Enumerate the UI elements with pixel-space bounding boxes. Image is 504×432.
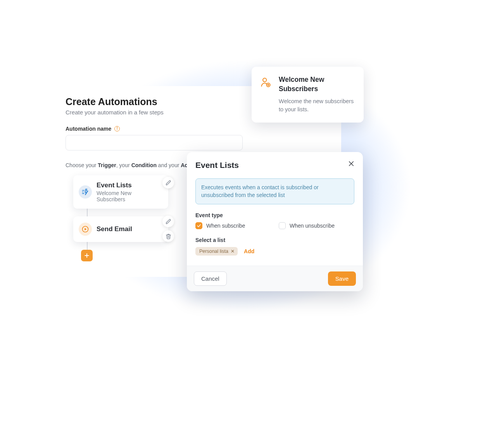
lightning-icon — [79, 185, 92, 199]
flow-node-title: Send Email — [97, 225, 132, 233]
delete-node-button[interactable] — [162, 230, 174, 242]
edit-node-button[interactable] — [162, 177, 174, 188]
flow-node-send-email[interactable]: Send Email — [73, 216, 168, 242]
add-list-link[interactable]: Add — [244, 248, 254, 254]
checkbox-subscribe[interactable] — [195, 222, 202, 229]
automation-name-label: Automation name — [66, 126, 111, 132]
flow-node-event-lists-text: Event Lists Welcome New Subscribers — [97, 181, 150, 202]
option-when-unsubscribe[interactable]: When unsubscribe — [279, 222, 354, 229]
welcome-template-card[interactable]: Welcome New Subscribers Welcome the new … — [252, 67, 364, 123]
add-step-button[interactable] — [81, 250, 93, 261]
info-icon[interactable]: ! — [114, 126, 120, 131]
welcome-template-text: Welcome New Subscribers Welcome the new … — [279, 75, 355, 113]
checkbox-unsubscribe-label: When unsubscribe — [290, 223, 335, 229]
edit-node-button[interactable] — [162, 216, 174, 227]
option-when-subscribe[interactable]: When subscribe — [195, 222, 271, 229]
helper-text-mid1: , your — [116, 162, 131, 168]
svg-marker-2 — [85, 228, 86, 231]
helper-text-trigger: Trigger — [98, 162, 116, 168]
selected-lists-row: Personal lista ✕ Add — [195, 247, 354, 256]
user-plus-icon — [260, 77, 271, 88]
event-lists-modal: Event Lists Executes events when a conta… — [187, 152, 363, 291]
event-type-options: When subscribe When unsubscribe — [195, 222, 354, 229]
helper-text-mid2: and your — [157, 162, 181, 168]
list-chip[interactable]: Personal lista ✕ — [195, 247, 238, 256]
flow-node-title: Event Lists — [97, 181, 150, 189]
helper-text-prefix: Choose your — [66, 162, 98, 168]
checkbox-subscribe-label: When subscribe — [206, 223, 245, 229]
modal-footer: Cancel Save — [187, 266, 363, 291]
automation-name-label-row: Automation name ! — [66, 126, 336, 132]
svg-point-5 — [263, 78, 266, 82]
flow-connector — [87, 242, 88, 250]
flow-connector — [87, 209, 88, 216]
flow-node-event-lists[interactable]: Event Lists Welcome New Subscribers — [73, 175, 168, 209]
checkbox-unsubscribe[interactable] — [279, 222, 286, 229]
save-button[interactable]: Save — [328, 271, 356, 286]
svg-marker-0 — [85, 189, 88, 195]
welcome-template-desc: Welcome the new subscribers to your list… — [279, 97, 355, 113]
play-circle-icon — [79, 223, 92, 236]
helper-text-condition: Condition — [131, 162, 157, 168]
select-list-label: Select a list — [195, 237, 354, 243]
list-chip-label: Personal lista — [199, 249, 228, 254]
welcome-template-title: Welcome New Subscribers — [279, 75, 355, 93]
event-type-label: Event type — [195, 212, 354, 218]
remove-chip-icon[interactable]: ✕ — [231, 249, 235, 254]
modal-info-notice: Executes events when a contact is subscr… — [195, 178, 354, 204]
flow-node-send-email-text: Send Email — [97, 225, 132, 233]
close-icon[interactable] — [347, 159, 356, 168]
cancel-button[interactable]: Cancel — [194, 271, 227, 286]
flow-node-subtitle: Welcome New Subscribers — [97, 190, 150, 202]
automation-name-input[interactable] — [66, 135, 243, 150]
modal-title: Event Lists — [195, 161, 354, 170]
